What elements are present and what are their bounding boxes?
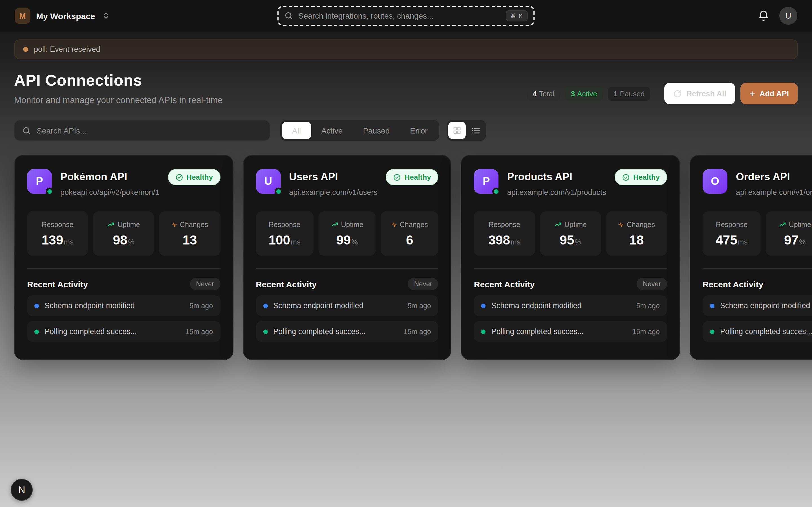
event-banner: poll: Event received — [14, 40, 798, 59]
poll-event-dot — [481, 329, 486, 334]
workspace-logo: M — [15, 8, 31, 24]
global-search-input[interactable]: Search integrations, routes, changes... … — [277, 6, 535, 26]
trending-up-icon — [554, 221, 562, 228]
keyboard-shortcut-badge: ⌘ K — [506, 10, 528, 21]
schema-event-dot — [710, 303, 714, 308]
tab-active[interactable]: Active — [311, 122, 353, 139]
search-apis-placeholder: Search APIs... — [37, 126, 87, 135]
activity-icon — [391, 222, 397, 227]
nextjs-dev-button[interactable]: N — [11, 479, 33, 501]
api-card-users[interactable]: U Users API api.example.com/v1/users Hea… — [243, 155, 451, 360]
tab-paused[interactable]: Paused — [353, 122, 400, 139]
activity-icon — [171, 222, 177, 227]
top-bar: M My Workspace Search integrations, rout… — [0, 0, 812, 32]
trending-up-icon — [107, 221, 115, 228]
api-avatar: U — [256, 169, 281, 194]
stat-uptime: Uptime 97% — [766, 211, 812, 256]
last-sync-badge: Never — [190, 278, 220, 290]
api-card-orders[interactable]: O Orders API api.example.com/v1/orders P… — [690, 155, 812, 360]
grid-view-button[interactable] — [449, 122, 466, 139]
stat-uptime: Uptime 98% — [93, 211, 154, 256]
workspace-switcher[interactable]: M My Workspace — [15, 8, 110, 24]
workspace-name: My Workspace — [36, 11, 95, 20]
activity-item[interactable]: Polling completed succes... 15m ago — [256, 321, 439, 342]
schema-event-dot — [263, 303, 267, 308]
refresh-all-button[interactable]: Refresh All — [665, 83, 735, 104]
api-card-products[interactable]: P Products API api.example.com/v1/produc… — [461, 155, 680, 360]
activity-title: Recent Activity — [474, 279, 535, 289]
search-icon — [22, 126, 31, 135]
stat-changes: Changes 18 — [606, 211, 667, 256]
refresh-icon — [673, 89, 682, 98]
api-name: Pokémon API — [60, 171, 159, 183]
status-filter-tabs: All Active Paused Error — [280, 120, 440, 141]
check-circle-icon — [622, 173, 630, 181]
api-card-grid: P Pokémon API pokeapi.co/api/v2/pokemon/… — [14, 155, 798, 360]
activity-icon — [618, 222, 624, 227]
status-badge-healthy: Healthy — [386, 169, 439, 185]
avatar[interactable]: U — [779, 7, 797, 25]
poll-event-dot — [263, 329, 267, 334]
trending-up-icon — [331, 221, 338, 228]
api-name: Products API — [507, 171, 606, 183]
last-sync-badge: Never — [408, 278, 439, 290]
search-apis-input[interactable]: Search APIs... — [14, 120, 270, 141]
page-title: API Connections — [14, 71, 222, 90]
status-badge-healthy: Healthy — [615, 169, 667, 185]
chevrons-up-down-icon — [102, 12, 110, 20]
trending-up-icon — [779, 221, 786, 228]
activity-item[interactable]: Polling completed succes... 15m ago — [474, 321, 667, 342]
activity-title: Recent Activity — [256, 279, 317, 289]
search-icon — [284, 11, 293, 20]
app: M My Workspace Search integrations, rout… — [0, 0, 812, 507]
poll-event-dot — [710, 329, 714, 334]
tab-all[interactable]: All — [282, 122, 311, 139]
divider — [27, 268, 220, 269]
online-status-dot — [493, 187, 500, 195]
api-url: api.example.com/v1/users — [289, 188, 377, 196]
activity-item[interactable]: Polling completed succes... 15m ago — [27, 321, 220, 342]
divider — [256, 268, 439, 269]
api-url: pokeapi.co/api/v2/pokemon/1 — [60, 188, 159, 196]
tab-error[interactable]: Error — [400, 122, 438, 139]
check-circle-icon — [175, 173, 183, 181]
activity-title: Recent Activity — [703, 279, 763, 289]
online-status-dot — [274, 187, 282, 195]
stat-uptime: Uptime 99% — [318, 211, 376, 256]
divider — [474, 268, 667, 269]
plus-icon: + — [749, 89, 755, 98]
api-name: Orders API — [736, 171, 812, 183]
page-header: API Connections Monitor and manage your … — [14, 71, 798, 105]
status-badge-healthy: Healthy — [168, 169, 220, 185]
paused-count-badge: 1Paused — [608, 87, 651, 101]
last-sync-badge: Never — [637, 278, 667, 290]
add-api-button[interactable]: + Add API — [741, 83, 798, 104]
activity-item[interactable]: Schema endpoint modified 5m ago — [27, 295, 220, 316]
schema-event-dot — [35, 303, 39, 308]
api-url: api.example.com/v1/products — [507, 188, 606, 196]
stat-uptime: Uptime 95% — [540, 211, 601, 256]
list-icon — [471, 126, 480, 135]
bell-icon[interactable] — [758, 10, 769, 21]
stat-response: Response 475ms — [703, 211, 761, 256]
api-url: api.example.com/v1/orders — [736, 188, 812, 196]
activity-item[interactable]: Schema endpoint modified 5m ago — [256, 295, 439, 316]
activity-title: Recent Activity — [27, 279, 88, 289]
api-card-pokemon[interactable]: P Pokémon API pokeapi.co/api/v2/pokemon/… — [14, 155, 233, 360]
grid-icon — [453, 126, 462, 135]
list-view-button[interactable] — [467, 122, 485, 139]
activity-item[interactable]: Schema endpoint modified 5m ago — [474, 295, 667, 316]
divider — [703, 268, 812, 269]
activity-item[interactable]: Schema endpoint modified 5m ago — [703, 295, 812, 316]
view-toggle — [447, 120, 486, 141]
activity-item[interactable]: Polling completed succes... 15m ago — [703, 321, 812, 342]
stat-response: Response 139ms — [27, 211, 88, 256]
poll-event-dot — [35, 329, 39, 334]
api-avatar: P — [27, 169, 52, 194]
api-avatar: O — [703, 169, 727, 194]
global-search-placeholder: Search integrations, routes, changes... — [298, 11, 500, 20]
event-dot-icon — [23, 47, 28, 52]
active-count-badge: 3Active — [565, 87, 603, 101]
api-avatar: P — [474, 169, 499, 194]
page-subtitle: Monitor and manage your connected APIs i… — [14, 95, 222, 105]
